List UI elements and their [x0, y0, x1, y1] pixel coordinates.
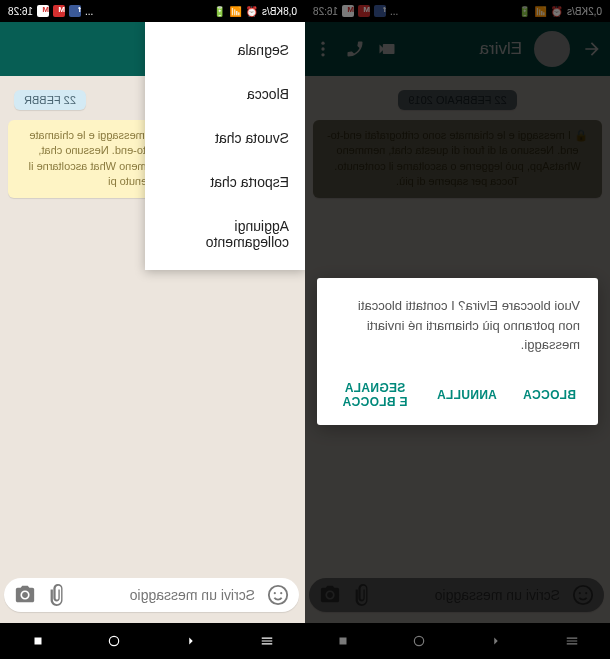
menu-blocca[interactable]: Blocca	[145, 72, 305, 116]
svg-point-8	[269, 586, 287, 604]
camera-icon[interactable]	[14, 584, 36, 606]
svg-point-10	[274, 592, 276, 594]
svg-point-11	[110, 636, 119, 645]
screen-menu: 0,8KB/s ⏰📶🔋 ... f M M 16:28 Elvira 22 FE…	[0, 0, 305, 659]
net-speed: 0,8KB/s	[262, 6, 297, 17]
screen-dialog: 0,2KB/s ⏰📶🔋 ... f M M 16:28 Elvira 22 FE…	[305, 0, 610, 659]
block-button[interactable]: BLOCCA	[519, 373, 580, 417]
emoji-icon[interactable]	[267, 584, 289, 606]
composer	[0, 567, 305, 623]
svg-point-9	[280, 592, 282, 594]
report-block-button[interactable]: SEGNALA E BLOCCA	[335, 373, 415, 417]
status-bar: 0,8KB/s ⏰📶🔋 ... f M M 16:28	[0, 0, 305, 22]
date-pill: 22 FEBBR	[14, 90, 86, 110]
message-input[interactable]	[78, 586, 257, 604]
block-dialog: Vuoi bloccare Elvira? I contatti bloccat…	[317, 278, 598, 425]
nav-menu-icon[interactable]	[260, 634, 274, 648]
dialog-overlay[interactable]: Vuoi bloccare Elvira? I contatti bloccat…	[305, 0, 610, 659]
status-time: 16:28	[8, 6, 33, 17]
dialog-text: Vuoi bloccare Elvira? I contatti bloccat…	[335, 296, 580, 355]
menu-esporta[interactable]: Esporta chat	[145, 160, 305, 204]
cancel-button[interactable]: ANNULLA	[433, 373, 501, 417]
nav-back-icon[interactable]	[184, 634, 198, 648]
attach-icon[interactable]	[46, 584, 68, 606]
overflow-menu: Segnala Blocca Svuota chat Esporta chat …	[145, 22, 305, 270]
menu-svuota[interactable]: Svuota chat	[145, 116, 305, 160]
nav-bar	[0, 623, 305, 659]
svg-rect-12	[35, 638, 42, 645]
nav-recent-icon[interactable]	[31, 634, 45, 648]
menu-segnala[interactable]: Segnala	[145, 28, 305, 72]
menu-collegamento[interactable]: Aggiungi collegamento	[145, 204, 305, 264]
input-wrap[interactable]	[4, 578, 299, 612]
nav-home-icon[interactable]	[107, 634, 121, 648]
